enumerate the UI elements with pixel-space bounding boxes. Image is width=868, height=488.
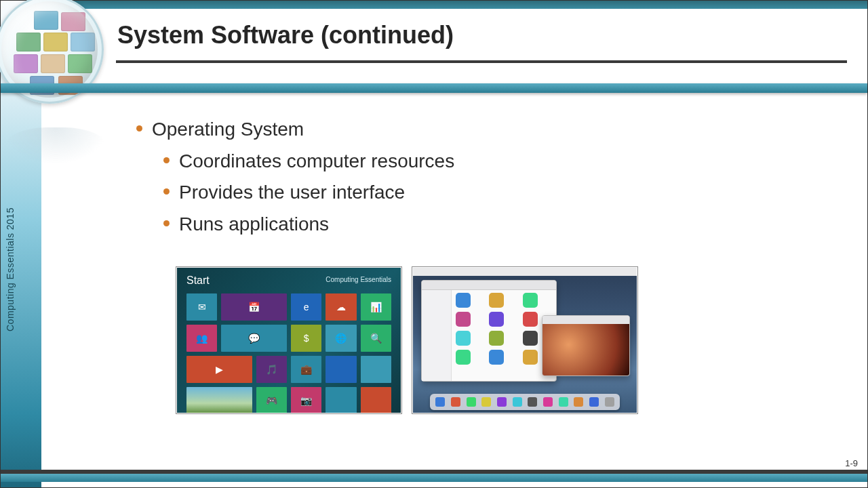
tile: 📷 (291, 387, 321, 413)
screenshot-row: Start Computing Essentials ✉ 📅 e ☁ 📊 👥 💬… (176, 266, 638, 414)
tile: e (291, 293, 321, 321)
mac-dock (430, 394, 620, 410)
title-underline (116, 60, 847, 63)
mac-screenshot (412, 266, 638, 414)
bullet-dot-icon (163, 188, 170, 195)
page-number: 1-9 (845, 458, 858, 468)
globe-reflection (5, 127, 106, 165)
tile: 🎮 (256, 387, 287, 413)
bullet-dot-icon (163, 157, 170, 163)
windows-tiles: ✉ 📅 e ☁ 📊 👥 💬 $ 🌐 🔍 ▶ 🎵 💼 🎮 (186, 293, 391, 406)
tile: ☁ (326, 293, 356, 321)
slide: Computing Essentials 2015 System Softwar… (0, 0, 868, 488)
top-band (1, 1, 867, 9)
windows-start-label: Start (186, 274, 210, 287)
bullet-text: Provides the user interface (179, 179, 405, 207)
tile: 🔍 (361, 325, 391, 352)
book-title-label: Computing Essentials 2015 (5, 207, 16, 331)
bullet-level-2: Runs applications (163, 211, 813, 239)
bullet-dot-icon (136, 125, 142, 131)
tile (326, 387, 356, 413)
footer-rule-teal (1, 474, 867, 482)
tile: 💼 (291, 356, 321, 383)
bullet-level-2: Coordinates computer resources (163, 148, 813, 176)
tile (361, 387, 391, 413)
tile: ▶ (186, 356, 252, 383)
globe-graphic (0, 0, 111, 110)
tile: $ (291, 325, 321, 352)
tile: 👥 (186, 325, 217, 352)
bullet-level-2: Provides the user interface (163, 179, 813, 207)
tile: 🌐 (326, 325, 356, 352)
bullet-text: Operating System (152, 116, 304, 144)
tile (326, 356, 356, 383)
header-band (1, 83, 867, 93)
bullet-dot-icon (163, 220, 170, 226)
tile (186, 387, 252, 413)
bullet-level-1: Operating System (136, 116, 813, 144)
mac-app-store-window (421, 280, 557, 382)
tile: ✉ (186, 293, 217, 321)
bullet-text: Runs applications (179, 211, 329, 239)
tile: 💬 (221, 325, 287, 352)
slide-title: System Software (continued) (117, 21, 454, 49)
windows-screenshot: Start Computing Essentials ✉ 📅 e ☁ 📊 👥 💬… (176, 266, 402, 414)
windows-user-label: Computing Essentials (326, 276, 391, 283)
content-area: Operating System Coordinates computer re… (136, 116, 813, 242)
tile: 📅 (221, 293, 287, 321)
tile: 📊 (361, 293, 391, 321)
mac-menubar (413, 268, 637, 276)
tile (361, 356, 391, 383)
mac-preview-window (542, 315, 630, 376)
bullet-text: Coordinates computer resources (179, 148, 454, 176)
tile: 🎵 (256, 356, 287, 383)
